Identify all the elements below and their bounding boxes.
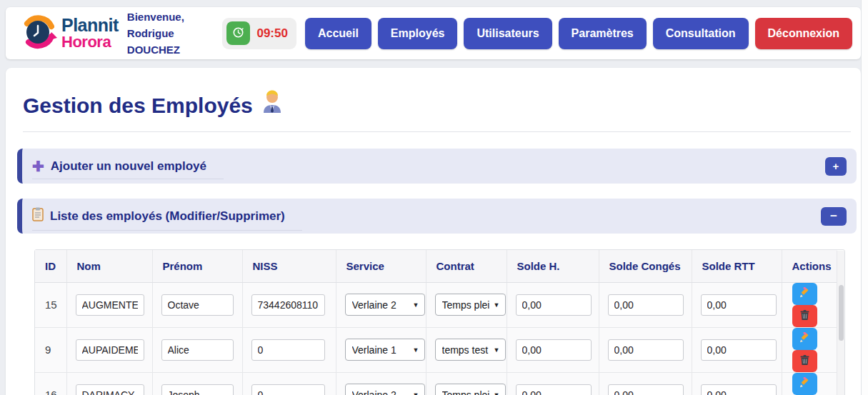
- edit-button[interactable]: [792, 373, 817, 395]
- contrat-select[interactable]: Temps plei ▼: [435, 294, 506, 316]
- service-select[interactable]: Verlaine 1 ▼: [345, 339, 425, 361]
- table-scrollbar[interactable]: [837, 251, 844, 395]
- chevron-down-icon: ▼: [413, 346, 419, 354]
- page-title: Gestion des Employés: [23, 89, 857, 121]
- col-prenom: Prénom: [152, 250, 242, 282]
- col-solde-conges: Solde Congés: [599, 250, 692, 282]
- prenom-input[interactable]: [161, 384, 234, 395]
- add-employee-heading: ✚ Ajouter un nouvel employé: [32, 158, 224, 179]
- app-logo[interactable]: Plannit Horora: [20, 14, 119, 54]
- col-solde-h: Solde H.: [507, 250, 599, 282]
- table-row: 16 Verlaine 2 ▼ Temps plei ▼: [35, 372, 837, 395]
- timer-button[interactable]: [226, 21, 250, 45]
- solde-conges-input[interactable]: [608, 339, 684, 361]
- add-employee-panel[interactable]: ✚ Ajouter un nouvel employé +: [17, 149, 857, 184]
- clipboard-icon: [32, 207, 44, 225]
- employee-id: 15: [45, 299, 57, 311]
- chevron-down-icon: ▼: [494, 391, 500, 395]
- main-content: Gestion des Employés ✚ Ajouter un nouvel…: [6, 68, 861, 395]
- contrat-select-value: temps test: [442, 344, 489, 356]
- clock-logo-icon: [20, 14, 57, 54]
- service-select-value: Verlaine 2: [352, 389, 409, 395]
- employee-list-panel[interactable]: Liste des employés (Modifier/Supprimer) …: [17, 199, 857, 234]
- delete-button[interactable]: [792, 305, 817, 327]
- solde-conges-input[interactable]: [608, 384, 684, 395]
- solde-rtt-input[interactable]: [701, 339, 777, 361]
- col-actions: Actions: [782, 250, 837, 282]
- col-id: ID: [35, 250, 66, 282]
- solde-h-input[interactable]: [516, 384, 592, 395]
- col-solde-rtt: Solde RTT: [692, 250, 782, 282]
- nav-deconnexion-button[interactable]: Déconnexion: [755, 18, 852, 49]
- service-select-value: Verlaine 1: [352, 344, 409, 356]
- delete-button[interactable]: [792, 350, 817, 372]
- app-header: Plannit Horora Bienvenue, Rodrigue DOUCH…: [6, 7, 861, 59]
- niss-input[interactable]: [251, 384, 325, 395]
- logo-line1: Plannit: [61, 16, 119, 35]
- plus-icon: ✚: [32, 159, 44, 174]
- page-title-text: Gestion des Employés: [23, 90, 253, 121]
- table-row: 9 Verlaine 1 ▼ temps test ▼: [35, 327, 837, 372]
- nav-employes-button[interactable]: Employés: [378, 18, 458, 49]
- prenom-input[interactable]: [161, 339, 234, 361]
- chevron-down-icon: ▼: [413, 301, 419, 309]
- office-worker-emoji: [261, 89, 283, 121]
- nom-input[interactable]: [76, 384, 144, 395]
- nom-input[interactable]: [76, 339, 144, 361]
- solde-h-input[interactable]: [516, 294, 592, 316]
- employee-list-title: Liste des employés (Modifier/Supprimer): [50, 209, 285, 224]
- collapse-list-panel-button[interactable]: −: [821, 207, 847, 226]
- contrat-select-value: Temps plei: [442, 389, 489, 395]
- contrat-select[interactable]: temps test ▼: [435, 339, 506, 361]
- nav-consultation-button[interactable]: Consultation: [653, 18, 749, 49]
- solde-h-input[interactable]: [516, 339, 592, 361]
- solde-rtt-input[interactable]: [701, 294, 777, 316]
- employee-id: 16: [45, 389, 57, 395]
- table-row: 15 Verlaine 2 ▼ Temps plei ▼: [35, 282, 837, 327]
- solde-rtt-input[interactable]: [701, 384, 777, 395]
- add-employee-title: Ajouter un nouvel employé: [51, 159, 206, 174]
- stopwatch-icon: [232, 26, 244, 41]
- employee-list-heading: Liste des employés (Modifier/Supprimer): [32, 206, 302, 231]
- nav-parametres-button[interactable]: Paramètres: [559, 18, 647, 49]
- timer-time: 09:50: [256, 26, 287, 41]
- welcome-line2: DOUCHEZ: [127, 41, 220, 58]
- solde-conges-input[interactable]: [608, 294, 684, 316]
- col-contrat: Contrat: [426, 250, 507, 282]
- col-nom: Nom: [66, 250, 152, 282]
- prenom-input[interactable]: [161, 294, 234, 316]
- chevron-down-icon: ▼: [494, 301, 500, 309]
- pencil-icon: [799, 287, 810, 301]
- pencil-icon: [799, 377, 810, 391]
- contrat-select-value: Temps plei: [442, 299, 489, 311]
- niss-input[interactable]: [251, 339, 325, 361]
- service-select[interactable]: Verlaine 2 ▼: [345, 384, 425, 395]
- employee-id: 9: [45, 344, 51, 356]
- logo-line2: Horora: [61, 34, 119, 50]
- chevron-down-icon: ▼: [413, 391, 419, 395]
- contrat-select[interactable]: Temps plei ▼: [435, 384, 506, 395]
- main-nav: Accueil Employés Utilisateurs Paramètres…: [305, 18, 852, 49]
- logo-wordmark: Plannit Horora: [61, 16, 119, 51]
- service-select[interactable]: Verlaine 2 ▼: [345, 294, 425, 316]
- edit-button[interactable]: [792, 328, 817, 350]
- title-divider: [23, 131, 851, 132]
- browser-scrollbar[interactable]: [861, 0, 868, 395]
- welcome-line1: Bienvenue, Rodrigue: [127, 9, 220, 42]
- niss-input[interactable]: [251, 294, 325, 316]
- employee-table-container: ID Nom Prénom NISS Service Contrat Solde…: [34, 249, 845, 395]
- pencil-icon: [799, 332, 810, 346]
- trash-icon: [799, 309, 810, 323]
- col-niss: NISS: [242, 250, 336, 282]
- nav-accueil-button[interactable]: Accueil: [305, 18, 371, 49]
- employee-table: ID Nom Prénom NISS Service Contrat Solde…: [35, 250, 837, 395]
- nom-input[interactable]: [76, 294, 144, 316]
- edit-button[interactable]: [792, 283, 817, 305]
- expand-add-panel-button[interactable]: +: [825, 157, 847, 176]
- table-scrollbar-thumb[interactable]: [839, 285, 844, 341]
- welcome-message: Bienvenue, Rodrigue DOUCHEZ: [127, 9, 220, 59]
- col-service: Service: [336, 250, 426, 282]
- nav-utilisateurs-button[interactable]: Utilisateurs: [464, 18, 552, 49]
- table-header: ID Nom Prénom NISS Service Contrat Solde…: [35, 250, 837, 282]
- table-body: 15 Verlaine 2 ▼ Temps plei ▼: [35, 282, 837, 395]
